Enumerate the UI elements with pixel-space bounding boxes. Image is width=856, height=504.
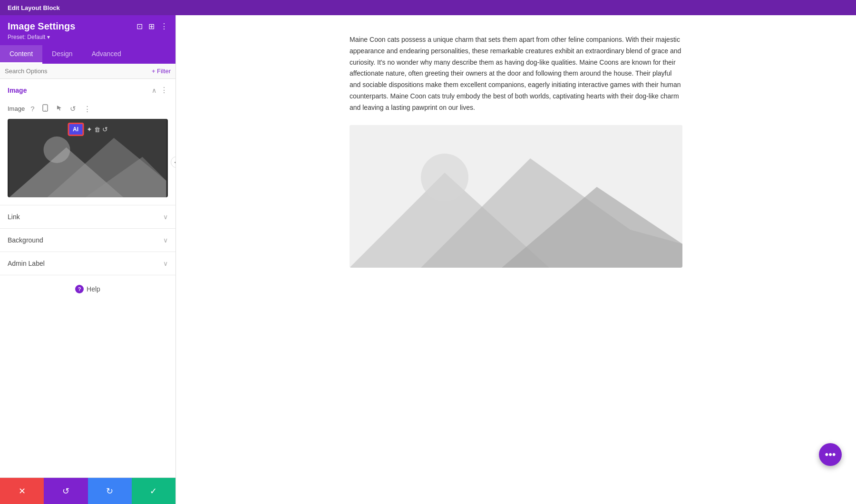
resize-icon: ↔ [173,158,175,166]
background-section: Background ∨ [0,229,175,252]
link-section-title: Link [8,213,20,221]
background-chevron: ∨ [163,236,168,244]
content-image-placeholder[interactable] [350,125,682,268]
help-button[interactable]: ? Help [75,285,100,293]
help-circle-icon: ? [75,285,84,293]
link-section: Link ∨ [0,205,175,229]
search-bar: + Filter [0,64,175,79]
image-mobile-btn[interactable] [40,103,50,114]
img-overlay-icons: ✦ 🗑 ↺ [87,126,108,133]
image-dots-btn[interactable]: ⋮ [82,104,93,114]
tabs: Content Design Advanced [0,45,175,64]
admin-label-chevron: ∨ [163,260,168,267]
filter-button[interactable]: + Filter [152,68,171,75]
link-section-header[interactable]: Link ∨ [0,205,175,228]
section-controls: ∧ ⋮ [152,86,168,95]
save-button[interactable]: ✓ [132,478,175,504]
admin-label-section: Admin Label ∨ [0,252,175,275]
image-toolbar-label: Image [8,105,25,112]
tab-content[interactable]: Content [0,45,42,64]
sidebar-title-row: Image Settings ⊡ ⊞ ⋮ [8,21,168,32]
overlay-wand-icon[interactable]: ✦ [87,126,92,133]
svg-point-1 [45,110,46,110]
tab-design[interactable]: Design [42,45,82,64]
content-paragraph: Maine Coon cats possess a unique charm t… [350,34,682,114]
sidebar-title-icons: ⊡ ⊞ ⋮ [136,22,168,31]
image-chevron-up: ∧ [152,87,156,94]
undo-button[interactable]: ↺ [44,478,88,504]
sidebar-content: Image ∧ ⋮ Image ? ↺ [0,79,175,477]
more-icon[interactable]: ⋮ [160,22,168,31]
layout-icon[interactable]: ⊞ [148,22,155,31]
link-chevron: ∨ [163,213,168,221]
image-cursor-btn[interactable] [54,104,64,114]
overlay-trash-icon[interactable]: 🗑 [94,126,100,133]
image-help-btn[interactable]: ? [29,104,36,114]
responsive-icon[interactable]: ⊡ [136,22,143,31]
image-section-title: Image [8,87,27,94]
overlay-reload-icon[interactable]: ↺ [102,126,108,133]
tab-advanced[interactable]: Advanced [82,45,131,64]
image-toolbar: Image ? ↺ ⋮ [0,101,175,119]
image-preview[interactable]: AI ✦ 🗑 ↺ [8,119,168,197]
background-section-title: Background [8,236,43,244]
image-reset-btn[interactable]: ↺ [68,104,78,114]
image-section: Image ∧ ⋮ Image ? ↺ [0,79,175,205]
svg-point-6 [44,136,70,163]
sidebar-title: Image Settings [8,21,75,32]
top-bar: Edit Layout Block [0,0,856,15]
main-content: Maine Coon cats possess a unique charm t… [176,15,856,504]
redo-button[interactable]: ↻ [88,478,132,504]
bottom-bar: ✕ ↺ ↻ ✓ [0,477,175,504]
sidebar-header: Image Settings ⊡ ⊞ ⋮ Preset: Default [0,15,175,45]
image-preview-container: AI ✦ 🗑 ↺ ↔ [0,119,175,205]
help-area: ? Help [0,275,175,303]
admin-label-section-title: Admin Label [8,260,45,267]
ai-button[interactable]: AI [68,123,84,136]
image-more-icon[interactable]: ⋮ [160,86,168,95]
background-section-header[interactable]: Background ∨ [0,229,175,252]
search-input[interactable] [5,68,152,75]
fab-button[interactable]: ••• [819,443,842,466]
main-layout: Image Settings ⊡ ⊞ ⋮ Preset: Default Con… [0,15,856,504]
svg-point-11 [421,154,468,201]
content-placeholder-svg [350,125,682,268]
admin-label-section-header[interactable]: Admin Label ∨ [0,252,175,275]
resize-handle[interactable]: ↔ [171,156,175,168]
cancel-button[interactable]: ✕ [0,478,44,504]
help-label: Help [87,285,100,293]
ai-btn-overlay: AI ✦ 🗑 ↺ [68,123,108,136]
top-bar-title: Edit Layout Block [8,4,60,11]
preset-label[interactable]: Preset: Default [8,34,168,40]
image-section-header[interactable]: Image ∧ ⋮ [0,79,175,101]
sidebar: Image Settings ⊡ ⊞ ⋮ Preset: Default Con… [0,15,176,504]
